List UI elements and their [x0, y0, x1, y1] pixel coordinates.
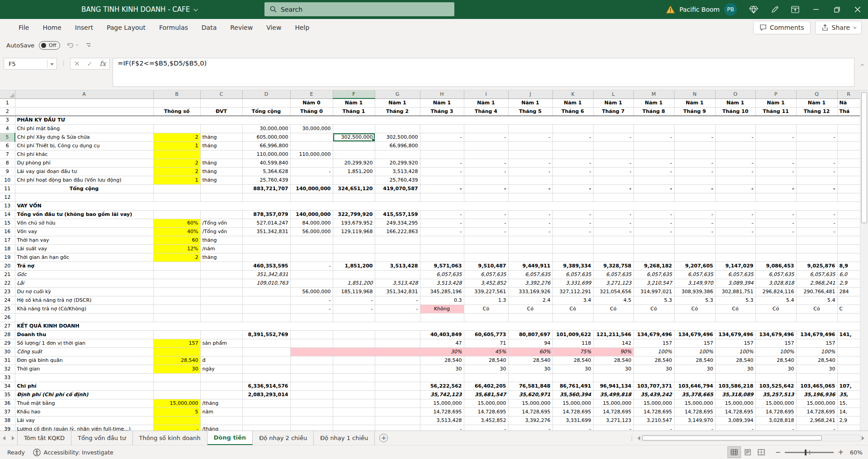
cell-R19[interactable] — [837, 253, 860, 262]
cell-Q19[interactable] — [796, 253, 837, 262]
cell-R33[interactable] — [837, 373, 860, 382]
cell-A20[interactable]: Trả nợ — [15, 262, 153, 270]
cell-F8[interactable]: 20,299,920 — [333, 159, 375, 167]
cell-E2[interactable]: Tháng 0 — [290, 107, 333, 116]
section-row-27[interactable]: KẾT QUẢ KINH DOANH — [15, 322, 860, 330]
cell-A17[interactable]: Thời hạn vay — [15, 236, 153, 244]
row-header-5[interactable]: 5 — [0, 133, 15, 141]
cell-P33[interactable] — [755, 373, 796, 382]
cell-D26[interactable] — [242, 313, 290, 322]
cell-M34[interactable]: 103,707,371 — [633, 382, 674, 390]
cell-Q9[interactable]: - — [796, 167, 837, 176]
column-header-I[interactable]: I — [464, 90, 508, 98]
cell-P19[interactable] — [755, 253, 796, 262]
cell-L36[interactable]: 15,000,000 — [593, 399, 633, 407]
cell-R15[interactable] — [837, 219, 860, 227]
cell-H19[interactable] — [420, 253, 464, 262]
cell-J9[interactable]: - — [508, 167, 552, 176]
cell-K4[interactable] — [552, 124, 593, 133]
collapse-formula-bar-button[interactable] — [862, 60, 864, 68]
cell-Q30[interactable]: 100% — [796, 347, 837, 356]
cell-D39[interactable] — [242, 425, 290, 431]
cell-B7[interactable] — [153, 150, 200, 159]
cell-O7[interactable] — [715, 150, 755, 159]
cell-G25[interactable]: - — [375, 304, 420, 313]
cell-F15[interactable]: 193,679,952 — [333, 219, 375, 227]
cell-A21[interactable]: Gốc — [15, 270, 153, 279]
cell-D11[interactable]: 883,721,707 — [242, 184, 290, 193]
cell-P10[interactable] — [755, 176, 796, 184]
cell-N38[interactable]: 3,149,970 — [674, 416, 715, 425]
cell-E38[interactable] — [290, 416, 333, 425]
cell-P1[interactable]: Năm 1 — [755, 98, 796, 107]
comments-button[interactable]: Comments — [753, 21, 811, 34]
zoom-in-button[interactable]: + — [838, 448, 844, 456]
vertical-scrollbar-thumb[interactable] — [861, 92, 867, 223]
cell-M19[interactable] — [633, 253, 674, 262]
cell-M33[interactable] — [633, 373, 674, 382]
drag-handle-icon[interactable]: ⋮ — [61, 60, 66, 66]
cell-Q25[interactable]: Có — [796, 304, 837, 313]
row-header-39[interactable]: 39 — [0, 425, 15, 431]
cell-G33[interactable] — [375, 373, 420, 382]
row-header-26[interactable]: 26 — [0, 313, 15, 322]
cell-R12[interactable] — [837, 193, 860, 201]
zoom-out-button[interactable]: − — [775, 448, 781, 456]
sheet-tab-tóm-tắt-kqkd[interactable]: Tóm tắt KQKD — [17, 431, 71, 445]
close-button[interactable] — [847, 0, 868, 19]
cell-H39[interactable]: - — [420, 425, 464, 431]
cell-N12[interactable] — [674, 193, 715, 201]
cell-A24[interactable]: Hệ số khả năng trả nợ (DSCR) — [15, 296, 153, 304]
cell-F6[interactable] — [333, 141, 375, 150]
cell-H17[interactable] — [420, 236, 464, 244]
cell-J39[interactable]: - — [508, 425, 552, 431]
cell-K28[interactable]: 101,009,622 — [552, 330, 593, 339]
cell-Q12[interactable] — [796, 193, 837, 201]
cell-L22[interactable]: 3,271,123 — [593, 279, 633, 287]
cell-L2[interactable]: Tháng 7 — [593, 107, 633, 116]
cell-D31[interactable] — [242, 356, 290, 365]
cell-G39[interactable] — [375, 425, 420, 431]
cell-K33[interactable] — [552, 373, 593, 382]
cell-F7[interactable] — [333, 150, 375, 159]
cell-E21[interactable] — [290, 270, 333, 279]
cell-C25[interactable] — [200, 304, 242, 313]
cell-O32[interactable]: 30 — [715, 365, 755, 373]
cell-A32[interactable]: Thời gian — [15, 365, 153, 373]
cell-A7[interactable]: Chi phí khác — [15, 150, 153, 159]
cell-N23[interactable]: 308,939,386 — [674, 287, 715, 296]
cell-G14[interactable]: 415,557,159 — [375, 210, 420, 219]
cell-F19[interactable] — [333, 253, 375, 262]
cell-G7[interactable] — [375, 150, 420, 159]
row-header-30[interactable]: 30 — [0, 347, 15, 356]
zoom-slider-thumb[interactable] — [805, 450, 807, 455]
cell-J2[interactable]: Tháng 5 — [508, 107, 552, 116]
cell-G5[interactable]: 302,500,000 — [375, 133, 420, 141]
cell-O8[interactable]: - — [715, 159, 755, 167]
cell-H26[interactable] — [420, 313, 464, 322]
cell-R30[interactable] — [837, 347, 860, 356]
cell-J1[interactable]: Năm 1 — [508, 98, 552, 107]
cell-K5[interactable]: - — [552, 133, 593, 141]
cell-B24[interactable] — [153, 296, 200, 304]
cell-P30[interactable]: 100% — [755, 347, 796, 356]
cell-B4[interactable] — [153, 124, 200, 133]
column-header-A[interactable]: A — [15, 90, 153, 98]
cell-I36[interactable]: 15,000,000 — [464, 399, 508, 407]
insert-function-button[interactable]: fx — [99, 60, 106, 68]
cell-J22[interactable]: 3,392,276 — [508, 279, 552, 287]
cell-P34[interactable]: 103,525,642 — [755, 382, 796, 390]
ribbon-display-options-icon[interactable] — [785, 0, 806, 19]
autosave-toggle[interactable]: Off — [39, 41, 60, 50]
cell-B33[interactable] — [153, 373, 200, 382]
cell-E15[interactable]: 84,000,000 — [290, 219, 333, 227]
cell-D28[interactable]: 8,391,552,769 — [242, 330, 290, 339]
cell-O35[interactable]: 35,318,089 — [715, 390, 755, 399]
cell-E9[interactable]: - — [290, 167, 333, 176]
cell-Q37[interactable]: 14,728,695 — [796, 407, 837, 416]
cell-L7[interactable] — [593, 150, 633, 159]
cell-N29[interactable]: 157 — [674, 339, 715, 347]
cell-L33[interactable] — [593, 373, 633, 382]
cell-L37[interactable]: 14,728,695 — [593, 407, 633, 416]
cell-O5[interactable]: - — [715, 133, 755, 141]
